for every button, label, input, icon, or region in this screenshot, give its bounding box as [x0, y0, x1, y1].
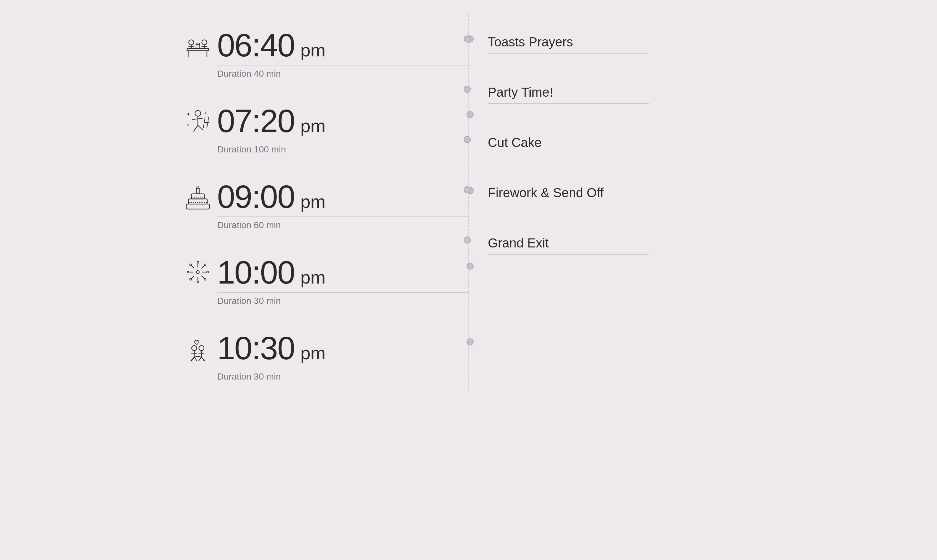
event-row-cake: 09:00 pm Duration 60 min — [178, 164, 469, 240]
event-duration-firework: Duration 30 min — [217, 296, 469, 306]
svg-text:♫: ♫ — [187, 123, 189, 127]
right-dot-cake — [464, 136, 471, 143]
timeline-container: 06:40 pm Duration 40 min ✦ — [178, 13, 759, 391]
svg-line-38 — [202, 266, 204, 268]
svg-point-47 — [190, 278, 192, 280]
event-duration-toasts: Duration 40 min — [217, 69, 469, 79]
svg-line-52 — [194, 357, 197, 362]
event-name-cake: Cut Cake — [488, 129, 759, 150]
time-digits-exit: 10:30 — [217, 332, 294, 364]
time-ampm-toasts: pm — [300, 40, 325, 61]
event-time-block-cake: 09:00 pm Duration 60 min — [217, 180, 469, 231]
event-name-toasts: Toasts Prayers — [488, 29, 759, 49]
svg-line-56 — [198, 357, 202, 362]
svg-text:✦: ✦ — [186, 111, 191, 117]
right-column: Toasts Prayers Party Time! Cut Cake Fire… — [469, 13, 759, 391]
time-ampm-firework: pm — [300, 267, 325, 288]
timeline-dot-exit — [466, 338, 474, 345]
time-digits-party: 07:20 — [217, 105, 294, 137]
svg-point-48 — [192, 346, 197, 351]
svg-line-14 — [194, 125, 198, 131]
svg-line-15 — [198, 125, 203, 131]
svg-line-51 — [191, 357, 194, 362]
right-dot-toasts — [464, 35, 471, 43]
event-row-firework: 10:00 pm Duration 30 min — [178, 240, 469, 316]
timeline-line — [469, 13, 469, 391]
svg-point-11 — [195, 111, 201, 116]
event-time-party: 07:20 pm — [217, 105, 469, 137]
party-icon: ✦ ✦ ♪ ♫ — [178, 108, 217, 137]
svg-line-36 — [191, 266, 194, 268]
svg-rect-0 — [187, 49, 209, 51]
event-time-toasts: 06:40 pm — [217, 29, 469, 61]
svg-point-44 — [190, 264, 192, 266]
right-dot-exit — [464, 237, 471, 244]
right-dot-firework — [464, 186, 471, 193]
svg-line-39 — [191, 276, 194, 279]
svg-text:✦: ✦ — [204, 111, 207, 115]
right-dot-party — [464, 86, 471, 93]
svg-point-3 — [189, 40, 194, 45]
event-duration-cake: Duration 60 min — [217, 220, 469, 231]
right-event-party: Party Time! — [488, 63, 759, 114]
exit-icon — [178, 335, 217, 364]
cake-icon — [178, 184, 217, 213]
time-ampm-exit: pm — [300, 343, 325, 363]
event-name-party: Party Time! — [488, 79, 759, 100]
event-name-firework: Firework & Send Off — [488, 180, 759, 200]
event-row-toasts: 06:40 pm Duration 40 min — [178, 13, 469, 89]
event-row-party: ✦ ✦ ♪ ♫ 07:20 pm Duration 100 min — [178, 89, 469, 164]
svg-point-45 — [204, 278, 206, 280]
time-digits-toasts: 06:40 — [217, 29, 294, 61]
svg-point-43 — [207, 271, 209, 273]
event-time-block-party: 07:20 pm Duration 100 min — [217, 105, 469, 155]
time-ampm-cake: pm — [300, 191, 325, 212]
right-event-firework: Firework & Send Off — [488, 164, 759, 214]
timeline-dot-firework — [466, 263, 474, 270]
right-event-cake: Cut Cake — [488, 114, 759, 164]
svg-rect-26 — [191, 194, 205, 199]
svg-text:♪: ♪ — [206, 122, 208, 125]
svg-line-37 — [202, 276, 204, 279]
svg-rect-9 — [196, 43, 200, 48]
time-digits-cake: 09:00 — [217, 180, 294, 213]
svg-point-46 — [204, 264, 206, 266]
toasts-icon — [178, 32, 217, 61]
svg-line-57 — [202, 357, 204, 362]
event-row-exit: 10:30 pm Duration 30 min — [178, 316, 469, 391]
event-time-block-firework: 10:00 pm Duration 30 min — [217, 256, 469, 306]
firework-icon — [178, 259, 217, 288]
time-digits-firework: 10:00 — [217, 256, 294, 288]
svg-point-6 — [202, 40, 207, 45]
svg-rect-27 — [189, 199, 208, 204]
event-time-block-exit: 10:30 pm Duration 30 min — [217, 332, 469, 382]
svg-point-31 — [197, 271, 200, 274]
right-event-toasts: Toasts Prayers — [488, 13, 759, 63]
event-time-block-toasts: 06:40 pm Duration 40 min — [217, 29, 469, 79]
time-ampm-party: pm — [300, 115, 325, 136]
timeline-dot-party — [466, 111, 474, 118]
svg-point-40 — [197, 261, 199, 263]
event-time-firework: 10:00 pm — [217, 256, 469, 288]
svg-rect-28 — [186, 204, 209, 209]
event-time-cake: 09:00 pm — [217, 180, 469, 213]
event-duration-exit: Duration 30 min — [217, 371, 469, 382]
svg-point-53 — [199, 346, 204, 351]
event-name-exit: Grand Exit — [488, 230, 759, 250]
svg-point-41 — [197, 281, 199, 283]
left-column: 06:40 pm Duration 40 min ✦ — [178, 13, 469, 391]
event-duration-party: Duration 100 min — [217, 145, 469, 155]
event-time-exit: 10:30 pm — [217, 332, 469, 364]
svg-point-42 — [187, 271, 189, 273]
right-event-exit: Grand Exit — [488, 214, 759, 264]
